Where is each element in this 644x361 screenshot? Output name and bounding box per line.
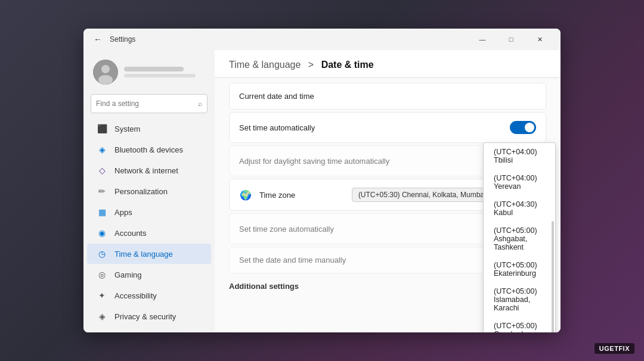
sidebar-item-apps[interactable]: ▦Apps	[87, 202, 211, 222]
search-input[interactable]	[96, 99, 194, 108]
sidebar-item-accessibility[interactable]: ✦Accessibility	[87, 285, 211, 306]
profile-name-blurred	[124, 67, 184, 71]
sidebar-icon-system: ⬛	[97, 123, 107, 134]
setting-left-set-manually: Set the date and time manually	[239, 256, 346, 264]
page-header: Time & language > Date & time	[215, 50, 561, 78]
close-button[interactable]: ✕	[526, 30, 553, 49]
sidebar-item-personalization[interactable]: ✏Personalization	[87, 181, 211, 201]
settings-window: ← Settings — □ ✕	[83, 29, 561, 332]
maximize-button[interactable]: □	[497, 30, 525, 49]
setting-left-set-time-auto: Set time automatically	[239, 123, 315, 132]
window-content: ⌕ ⬛System◈Bluetooth & devices◇Network & …	[83, 50, 561, 332]
setting-label-daylight-saving: Adjust for daylight saving time automati…	[239, 157, 389, 166]
sidebar-item-system[interactable]: ⬛System	[87, 119, 211, 139]
tz-item-yerevan[interactable]: (UTC+04:00) Yerevan	[484, 169, 555, 195]
tz-item-tbilisi[interactable]: (UTC+04:00) Tbilisi	[484, 143, 555, 169]
avatar-image	[93, 60, 118, 85]
breadcrumb-separator: >	[308, 60, 314, 70]
sidebar-icon-time: ◷	[97, 248, 107, 259]
sidebar-item-accounts[interactable]: ◉Accounts	[87, 223, 211, 243]
profile-info	[124, 67, 205, 77]
sidebar-icon-apps: ▦	[97, 207, 107, 217]
setting-icon-time-zone: 🌍	[239, 188, 252, 201]
sidebar-item-bluetooth[interactable]: ◈Bluetooth & devices	[87, 139, 211, 160]
svg-point-2	[98, 75, 113, 85]
profile-section	[83, 55, 215, 92]
svg-point-1	[101, 65, 110, 73]
sidebar-item-network[interactable]: ◇Network & internet	[87, 160, 211, 181]
setting-label-set-time-auto: Set time automatically	[239, 123, 315, 132]
tz-item-kabul[interactable]: (UTC+04:30) Kabul	[484, 195, 555, 222]
setting-left-daylight-saving: Adjust for daylight saving time automati…	[239, 157, 389, 166]
sidebar-label-apps: Apps	[114, 208, 132, 217]
tz-item-islamabad[interactable]: (UTC+05:00) Islamabad, Karachi	[484, 282, 555, 317]
setting-left-set-zone-auto: Set time zone automatically	[239, 225, 334, 234]
avatar	[93, 60, 118, 85]
setting-left-current-date: Current date and time	[239, 92, 314, 101]
sidebar-icon-gaming: ◎	[97, 269, 107, 280]
tz-item-ashgabat[interactable]: (UTC+05:00) Ashgabat, Tashkent	[484, 222, 555, 256]
breadcrumb: Time & language > Date & time	[229, 60, 546, 70]
sidebar-icon-network: ◇	[97, 165, 107, 176]
timezone-dropdown[interactable]: (UTC+04:00) Tbilisi(UTC+04:00) Yerevan(U…	[483, 142, 556, 332]
sidebar-item-time[interactable]: ◷Time & language	[87, 244, 211, 264]
sidebar-label-personalization: Personalization	[114, 187, 168, 196]
sidebar-icon-privacy: ◈	[97, 311, 107, 322]
sidebar-icon-personalization: ✏	[97, 186, 107, 197]
setting-item-current-date[interactable]: Current date and time	[229, 83, 546, 110]
tz-item-qyzylorda[interactable]: (UTC+05:00) Qyzylorda	[484, 317, 555, 332]
setting-label-set-manually: Set the date and time manually	[239, 256, 346, 264]
toggle-knob-set-time-auto	[525, 123, 534, 132]
sidebar-label-accessibility: Accessibility	[114, 291, 157, 300]
sidebar-nav: ⬛System◈Bluetooth & devices◇Network & in…	[83, 118, 215, 327]
back-button[interactable]: ←	[91, 32, 105, 46]
window-controls: — □ ✕	[469, 30, 553, 49]
sidebar: ⌕ ⬛System◈Bluetooth & devices◇Network & …	[83, 50, 215, 332]
scrollbar	[552, 221, 554, 332]
setting-label-current-date: Current date and time	[239, 92, 314, 101]
titlebar: ← Settings — □ ✕	[83, 29, 561, 50]
sidebar-item-privacy[interactable]: ◈Privacy & security	[87, 306, 211, 326]
setting-left-time-zone: 🌍Time zone	[239, 188, 295, 201]
search-box[interactable]: ⌕	[91, 94, 208, 113]
sidebar-label-time: Time & language	[114, 250, 173, 259]
timezone-list: (UTC+04:00) Tbilisi(UTC+04:00) Yerevan(U…	[484, 143, 555, 332]
sidebar-icon-accounts: ◉	[97, 228, 107, 238]
toggle-set-time-auto[interactable]	[510, 121, 536, 134]
sidebar-label-bluetooth: Bluetooth & devices	[114, 145, 183, 154]
setting-label-time-zone: Time zone	[259, 191, 295, 200]
main-content: Time & language > Date & time Current da…	[215, 50, 561, 332]
sidebar-icon-bluetooth: ◈	[97, 144, 107, 155]
sidebar-icon-accessibility: ✦	[97, 290, 107, 301]
sidebar-label-system: System	[114, 125, 140, 133]
sidebar-label-privacy: Privacy & security	[114, 312, 176, 321]
breadcrumb-current: Date & time	[321, 60, 374, 70]
setting-item-set-time-auto[interactable]: Set time automatically	[229, 112, 546, 143]
search-icon: ⌕	[198, 99, 202, 108]
sidebar-label-network: Network & internet	[114, 166, 178, 175]
setting-label-set-zone-auto: Set time zone automatically	[239, 225, 334, 234]
tz-item-ekaterinburg[interactable]: (UTC+05:00) Ekaterinburg	[484, 256, 555, 282]
sidebar-label-accounts: Accounts	[114, 229, 146, 238]
window-title: Settings	[110, 35, 135, 43]
breadcrumb-parent: Time & language	[229, 60, 301, 70]
profile-email-blurred	[124, 74, 196, 77]
sidebar-label-gaming: Gaming	[114, 270, 142, 279]
minimize-button[interactable]: —	[469, 30, 496, 49]
watermark: UGETFIX	[595, 343, 634, 354]
sidebar-item-gaming[interactable]: ◎Gaming	[87, 264, 211, 285]
